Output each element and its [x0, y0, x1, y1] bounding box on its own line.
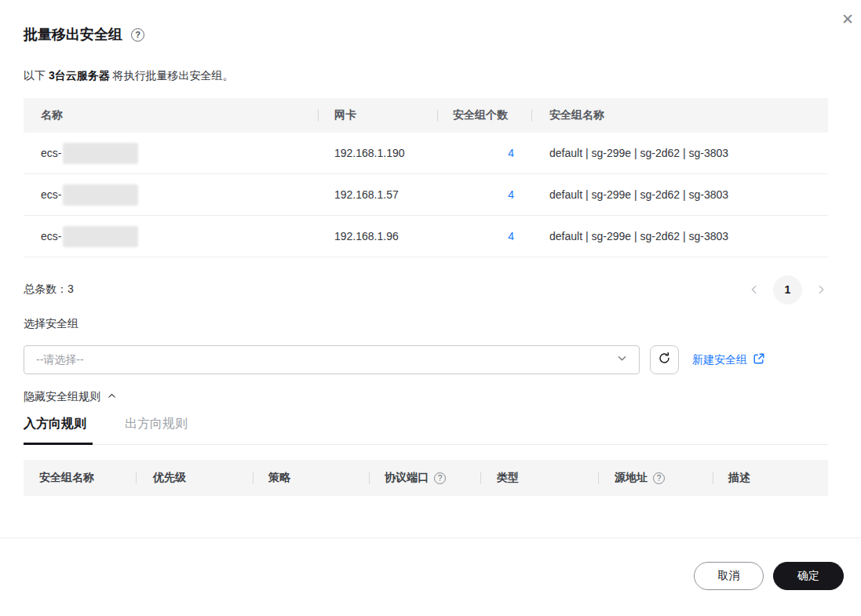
total-value: 3 — [67, 282, 74, 295]
col-header-name: 名称 — [24, 108, 318, 122]
source-help-icon[interactable]: ? — [653, 472, 665, 484]
hide-rules-label: 隐藏安全组规则 — [24, 390, 100, 404]
tab-outbound-rules[interactable]: 出方向规则 — [125, 411, 189, 444]
sg-names-cell: default | sg-299e | sg-2d62 | sg-3803 — [531, 188, 828, 201]
chevron-down-icon — [616, 352, 628, 367]
server-name-cell: ecs- — [24, 184, 318, 206]
rules-table-header: 安全组名称 优先级 策略 协议端口? 类型 源地址? 描述 — [24, 460, 828, 496]
page-number[interactable]: 1 — [773, 275, 802, 304]
table-footer: 总条数：3 1 — [24, 273, 828, 306]
subtitle-suffix: 将执行批量移出安全组。 — [110, 69, 234, 82]
server-name-prefix: ecs- — [41, 147, 61, 159]
rules-tabs: 入方向规则 出方向规则 — [24, 411, 828, 445]
server-table: 名称 网卡 安全组个数 安全组名称 ecs- 192.168.1.190 4 d… — [24, 98, 828, 257]
server-name-prefix: ecs- — [41, 188, 61, 201]
redacted-name — [63, 226, 138, 247]
col-header-source: 源地址? — [598, 471, 713, 485]
rules-table: 安全组名称 优先级 策略 协议端口? 类型 源地址? 描述 — [24, 460, 828, 496]
redacted-name — [63, 143, 138, 164]
col-header-sg-count: 安全组个数 — [437, 108, 531, 122]
dialog-header: 批量移出安全组 ? — [24, 25, 144, 44]
sg-select-placeholder: --请选择-- — [36, 353, 84, 367]
refresh-icon — [657, 351, 672, 369]
sg-count-link[interactable]: 4 — [508, 188, 514, 201]
sg-names-cell: default | sg-299e | sg-2d62 | sg-3803 — [531, 147, 828, 159]
hide-rules-toggle[interactable]: 隐藏安全组规则 — [24, 390, 117, 404]
cancel-button[interactable]: 取消 — [694, 562, 764, 590]
refresh-button[interactable] — [650, 345, 679, 374]
select-sg-label: 选择安全组 — [24, 317, 78, 331]
prev-page-icon[interactable] — [747, 282, 761, 297]
col-header-protocol-port: 协议端口? — [369, 471, 480, 485]
select-sg-row: --请选择-- 新建安全组 — [24, 345, 765, 374]
create-sg-link[interactable]: 新建安全组 — [692, 352, 765, 367]
col-header-priority: 优先级 — [136, 471, 253, 485]
protocol-port-help-icon[interactable]: ? — [434, 472, 446, 484]
col-header-sg-names: 安全组名称 — [531, 108, 828, 122]
nic-cell: 192.168.1.57 — [318, 188, 437, 201]
server-table-header: 名称 网卡 安全组个数 安全组名称 — [24, 98, 828, 133]
server-name-cell: ecs- — [24, 226, 318, 247]
total-label: 总条数： — [24, 282, 67, 295]
close-icon[interactable]: ✕ — [838, 9, 857, 28]
batch-remove-sg-dialog: ✕ 批量移出安全组 ? 以下 3台云服务器 将执行批量移出安全组。 名称 网卡 … — [0, 0, 861, 616]
page-title: 批量移出安全组 — [24, 25, 122, 44]
table-row: ecs- 192.168.1.96 4 default | sg-299e | … — [24, 216, 828, 257]
next-page-icon[interactable] — [814, 282, 828, 297]
server-name-prefix: ecs- — [41, 230, 61, 242]
col-header-sg-name: 安全组名称 — [24, 471, 136, 485]
col-header-type: 类型 — [480, 471, 598, 485]
sg-select-dropdown[interactable]: --请选择-- — [24, 345, 640, 374]
table-row: ecs- 192.168.1.57 4 default | sg-299e | … — [24, 174, 828, 216]
nic-cell: 192.168.1.96 — [318, 230, 437, 242]
subtitle-prefix: 以下 — [24, 69, 49, 82]
redacted-name — [63, 184, 138, 206]
confirm-button[interactable]: 确定 — [773, 562, 844, 590]
col-header-description: 描述 — [713, 471, 828, 485]
sg-names-cell: default | sg-299e | sg-2d62 | sg-3803 — [531, 230, 828, 242]
dialog-subtitle: 以下 3台云服务器 将执行批量移出安全组。 — [24, 69, 234, 83]
server-name-cell: ecs- — [24, 143, 318, 164]
chevron-up-icon — [107, 391, 117, 403]
external-link-icon — [753, 352, 765, 367]
create-sg-link-label: 新建安全组 — [692, 353, 747, 367]
tab-inbound-rules[interactable]: 入方向规则 — [24, 411, 93, 445]
pagination: 1 — [747, 275, 828, 304]
col-header-nic: 网卡 — [318, 108, 437, 122]
footer-divider — [0, 538, 861, 538]
sg-count-link[interactable]: 4 — [508, 147, 514, 159]
total-count: 总条数：3 — [24, 282, 74, 297]
table-row: ecs- 192.168.1.190 4 default | sg-299e |… — [24, 133, 828, 174]
subtitle-server-count: 3台云服务器 — [49, 69, 110, 82]
sg-count-link[interactable]: 4 — [508, 230, 514, 242]
nic-cell: 192.168.1.190 — [318, 147, 437, 159]
col-header-policy: 策略 — [253, 471, 369, 485]
title-help-icon[interactable]: ? — [131, 28, 144, 42]
